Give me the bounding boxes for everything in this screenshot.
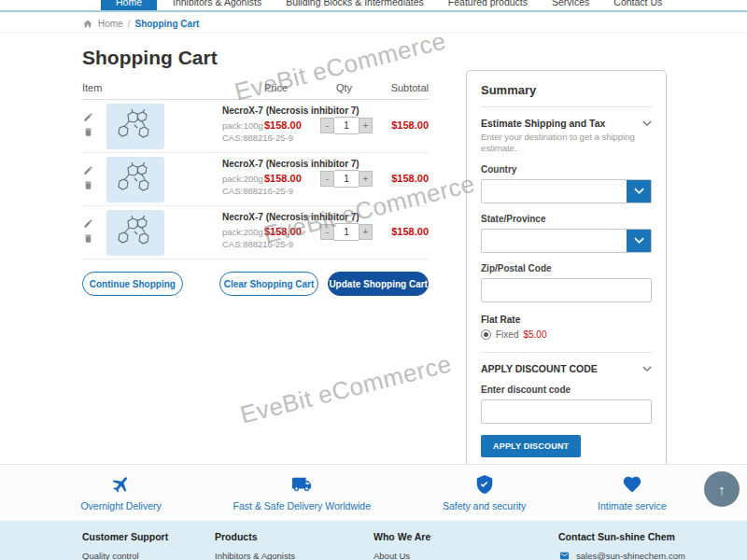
product-subtotal: $158.00 xyxy=(391,173,429,184)
product-name[interactable]: NecroX-7 (Necrosis inhibitor 7) xyxy=(222,159,359,169)
nav-item-building-blocks[interactable]: Building Blocks & Intermediates xyxy=(274,0,436,7)
qty-increase-button[interactable]: + xyxy=(359,118,373,133)
scroll-to-top-button[interactable]: ↑ xyxy=(704,471,740,507)
cart-row: NecroX-7 (Necrosis inhibitor 7) pack:200… xyxy=(82,153,429,206)
product-image[interactable] xyxy=(106,157,164,203)
edit-item-icon[interactable] xyxy=(83,216,94,227)
product-cas: CAS:888216-25-9 xyxy=(222,239,293,249)
qty-decrease-button[interactable]: - xyxy=(320,171,334,187)
feature-fast-safe-delivery: Fast & Safe Delivery Worldwide xyxy=(233,474,371,511)
product-image[interactable] xyxy=(106,104,164,149)
clear-cart-button[interactable]: Clear Shopping Cart xyxy=(219,272,319,296)
state-select[interactable] xyxy=(481,229,652,253)
footer-link-inhibitors-agonists[interactable]: Inhibitors & Agonists xyxy=(215,551,374,560)
nav-item-inhibitors-agonists[interactable]: Inhibitors & Agonists xyxy=(161,0,274,7)
footer-link-quality-control[interactable]: Quality control xyxy=(82,551,215,560)
footer-heading: Contact Sun-shine Chem xyxy=(558,531,685,542)
feature-label[interactable]: Overnight Delivery xyxy=(80,500,161,511)
edit-item-icon[interactable] xyxy=(83,162,94,174)
breadcrumb-home-link[interactable]: Home xyxy=(98,19,123,29)
nav-item-services[interactable]: Services xyxy=(540,0,601,7)
footer-heading: Customer Support xyxy=(82,531,215,542)
envelope-icon xyxy=(558,551,571,560)
discount-code-label: APPLY DISCOUNT CODE xyxy=(481,363,598,374)
rate-option-label: Fixed xyxy=(496,329,518,340)
apply-discount-button[interactable]: APPLY DISCOUNT xyxy=(481,435,581,457)
feature-safety-security: Safety and security xyxy=(443,474,526,511)
shopping-cart-page: Home Inhibitors & Agonists Building Bloc… xyxy=(0,0,747,560)
country-select[interactable] xyxy=(481,179,652,203)
breadcrumb-current: Shopping Cart xyxy=(134,19,199,29)
product-image[interactable] xyxy=(106,210,164,256)
footer-column-who-we-are: Who We Are About Us xyxy=(374,531,558,560)
product-pack: pack:100g xyxy=(222,120,263,131)
product-pack: pack:200g xyxy=(222,227,263,237)
heart-icon xyxy=(621,474,643,495)
nav-item-featured-products[interactable]: Featured products xyxy=(436,0,540,7)
feature-label[interactable]: Safety and security xyxy=(443,500,526,511)
qty-value[interactable]: 1 xyxy=(334,223,359,241)
quantity-stepper: - 1 + xyxy=(320,170,373,188)
qty-decrease-button[interactable]: - xyxy=(320,224,334,240)
qty-decrease-button[interactable]: - xyxy=(320,118,334,133)
product-name[interactable]: NecroX-7 (Necrosis inhibitor 7) xyxy=(222,105,359,116)
update-cart-button[interactable]: Update Shopping Cart xyxy=(328,272,429,296)
nav-item-home[interactable]: Home xyxy=(101,0,157,12)
footer: Customer Support Quality control Product… xyxy=(0,521,747,560)
breadcrumb: Home / Shopping Cart xyxy=(0,14,747,34)
chevron-down-icon[interactable] xyxy=(627,230,651,252)
delete-item-icon[interactable] xyxy=(83,124,94,135)
edit-item-icon[interactable] xyxy=(83,109,94,120)
cart-actions: Continue Shopping Clear Shopping Cart Up… xyxy=(82,272,429,296)
state-label: State/Province xyxy=(481,214,652,224)
flat-rate-option[interactable]: Fixed $5.00 xyxy=(481,329,652,340)
product-price: $158.00 xyxy=(264,226,302,237)
radio-selected-icon[interactable] xyxy=(481,329,491,340)
product-price: $158.00 xyxy=(264,119,302,131)
header-price: Price xyxy=(264,82,288,93)
cart-row: NecroX-7 (Necrosis inhibitor 7) pack:200… xyxy=(82,206,429,259)
footer-column-contact: Contact Sun-shine Chem sales@sun-shinech… xyxy=(558,531,685,560)
cart-row: NecroX-7 (Necrosis inhibitor 7) pack:100… xyxy=(82,100,429,153)
estimate-shipping-subtitle: Enter your destination to get a shipping… xyxy=(481,132,652,154)
footer-heading: Who We Are xyxy=(374,531,558,542)
feature-intimate-service: Intimate service xyxy=(598,474,667,511)
page-title: Shopping Cart xyxy=(82,47,429,69)
summary-title: Summary xyxy=(481,83,652,107)
estimate-shipping-toggle[interactable]: Estimate Shipping and Tax xyxy=(481,118,652,129)
delete-item-icon[interactable] xyxy=(83,177,94,189)
product-subtotal: $158.00 xyxy=(391,226,429,237)
country-label: Country xyxy=(481,164,652,175)
qty-increase-button[interactable]: + xyxy=(359,224,373,240)
header-qty: Qty xyxy=(336,82,352,93)
nav-item-contact-us[interactable]: Contact Us xyxy=(601,0,674,7)
delete-item-icon[interactable] xyxy=(83,231,94,242)
header-item: Item xyxy=(82,82,102,93)
footer-heading: Products xyxy=(215,531,374,542)
home-icon[interactable] xyxy=(82,19,93,29)
footer-email-link[interactable]: sales@sun-shinechem.com xyxy=(576,551,685,560)
truck-icon xyxy=(290,474,313,495)
discount-code-toggle[interactable]: APPLY DISCOUNT CODE xyxy=(481,363,652,374)
rate-option-price: $5.00 xyxy=(523,329,546,340)
shield-check-icon xyxy=(473,474,496,495)
feature-label[interactable]: Fast & Safe Delivery Worldwide xyxy=(233,500,371,511)
footer-column-products: Products Inhibitors & Agonists xyxy=(215,531,374,560)
breadcrumb-separator: / xyxy=(128,19,131,29)
chevron-down-icon[interactable] xyxy=(627,180,651,203)
qty-value[interactable]: 1 xyxy=(334,117,359,134)
quantity-stepper: - 1 + xyxy=(320,117,373,134)
product-cas: CAS:888216-25-9 xyxy=(222,133,293,143)
features-strip: Overnight Delivery Fast & Safe Delivery … xyxy=(0,464,747,521)
product-name[interactable]: NecroX-7 (Necrosis inhibitor 7) xyxy=(222,212,359,222)
zip-input[interactable] xyxy=(481,278,652,302)
divider xyxy=(481,352,652,353)
discount-code-input[interactable] xyxy=(481,399,652,424)
flat-rate-label: Flat Rate xyxy=(481,315,652,325)
qty-value[interactable]: 1 xyxy=(334,170,359,188)
continue-shopping-button[interactable]: Continue Shopping xyxy=(82,272,183,296)
footer-link-about-us[interactable]: About Us xyxy=(374,551,558,560)
feature-label[interactable]: Intimate service xyxy=(598,500,667,511)
chevron-down-icon xyxy=(642,119,652,128)
qty-increase-button[interactable]: + xyxy=(359,171,373,187)
